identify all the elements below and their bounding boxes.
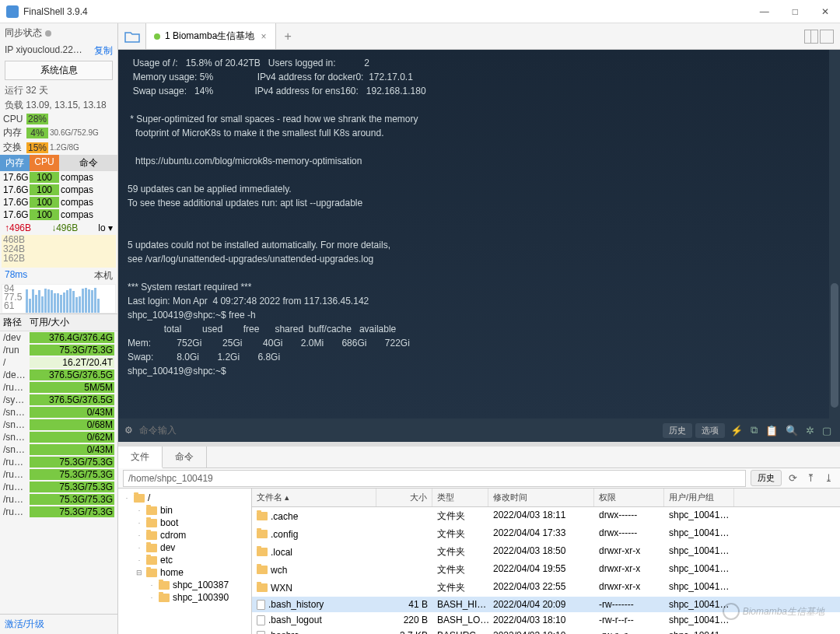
folder-icon: [146, 506, 157, 515]
tree-node[interactable]: ·/: [120, 492, 250, 504]
process-header: 内存 CPU 命令: [0, 155, 117, 171]
copy-icon[interactable]: ⧉: [748, 424, 760, 436]
process-row[interactable]: 17.6G100compas: [0, 184, 117, 196]
app-icon: [6, 5, 19, 18]
mem-pct: 4%: [26, 128, 48, 138]
file-row[interactable]: .config 文件夹 2022/04/04 17:33 drwx------ …: [252, 525, 840, 543]
latency-chart: 9477.561: [2, 284, 116, 313]
history-button[interactable]: 历史: [663, 423, 692, 438]
folder-icon: [146, 569, 157, 577]
file-row[interactable]: .local 文件夹 2022/04/03 18:50 drwxr-xr-x s…: [252, 543, 840, 561]
folder-icon: [257, 548, 268, 556]
titlebar: FinalShell 3.9.4 — □ ✕: [0, 0, 840, 23]
tree-node[interactable]: ·boot: [120, 517, 250, 529]
file-row[interactable]: .bash_logout 220 B BASH_LO… 2022/04/03 1…: [252, 612, 840, 628]
tab-session-1[interactable]: 1 Biomamba生信基地 ×: [146, 23, 276, 49]
tree-node[interactable]: ·shpc_100387: [120, 579, 250, 591]
upload-icon[interactable]: ⤒: [804, 472, 817, 484]
folder-icon: [146, 556, 157, 565]
ip-text: IP xiyoucloud.22…: [5, 44, 82, 58]
file-row[interactable]: .bash_history 41 B BASH_HI… 2022/04/04 2…: [252, 597, 840, 612]
expand-icon[interactable]: ▢: [820, 425, 834, 436]
minimize-button[interactable]: —: [755, 5, 774, 19]
network-row: ↑496B ↓496B lo ▾: [0, 221, 117, 235]
folder-icon: [146, 544, 157, 552]
terminal[interactable]: Usage of /: 15.8% of 20.42TB Users logge…: [118, 50, 840, 419]
maximize-button[interactable]: □: [788, 5, 803, 19]
file-icon: [257, 600, 265, 610]
disk-row[interactable]: /sn…0/68M: [0, 419, 117, 431]
file-row[interactable]: .bashrc 3.7 KB BASHRC … 2022/04/03 18:10…: [252, 628, 840, 634]
path-history-button[interactable]: 历史: [751, 470, 782, 486]
home-button[interactable]: [118, 23, 146, 49]
file-list[interactable]: 文件名 ▴ 大小 类型 修改时间 权限 用户/用户组 .cache 文件夹 20…: [252, 489, 840, 634]
settings-icon[interactable]: ✲: [803, 425, 817, 436]
tab-close-icon[interactable]: ×: [259, 31, 268, 42]
file-icon: [257, 631, 265, 635]
folder-icon: [146, 519, 157, 527]
close-button[interactable]: ✕: [817, 5, 834, 19]
disk-row[interactable]: /ru…75.3G/75.3G: [0, 456, 117, 468]
disk-row[interactable]: /run75.3G/75.3G: [0, 344, 117, 356]
disk-row[interactable]: /sy…376.5G/376.5G: [0, 394, 117, 406]
tree-node[interactable]: ⊟home: [120, 566, 250, 579]
file-icon: [257, 615, 265, 625]
file-row[interactable]: .cache 文件夹 2022/04/03 18:11 drwx------ s…: [252, 507, 840, 525]
tree-node[interactable]: ·cdrom: [120, 529, 250, 541]
latency-ms: 78ms: [5, 269, 27, 282]
process-row[interactable]: 17.6G100compas: [0, 171, 117, 184]
uptime: 运行 32 天: [0, 83, 117, 98]
terminal-scrollbar[interactable]: [829, 50, 840, 419]
system-info-button[interactable]: 系统信息: [5, 61, 113, 80]
tree-node[interactable]: ·etc: [120, 554, 250, 566]
process-row[interactable]: 17.6G100compas: [0, 196, 117, 208]
copy-link[interactable]: 复制: [94, 44, 113, 58]
disk-row[interactable]: /ru…75.3G/75.3G: [0, 468, 117, 481]
disk-row[interactable]: /ru…5M/5M: [0, 381, 117, 394]
folder-icon: [257, 512, 268, 520]
disk-row[interactable]: /sn…0/43M: [0, 443, 117, 456]
folder-icon: [257, 566, 268, 574]
swap-pct: 15%: [26, 142, 48, 153]
view-grid-icon[interactable]: [804, 30, 818, 44]
disk-row[interactable]: /ru…75.3G/75.3G: [0, 506, 117, 518]
disk-row[interactable]: /sn…0/62M: [0, 431, 117, 443]
download-icon[interactable]: ⤓: [822, 472, 835, 484]
path-input[interactable]: /home/shpc_100419: [123, 470, 746, 487]
sync-status: 同步状态: [0, 23, 117, 43]
disk-row[interactable]: /de…376.5G/376.5G: [0, 369, 117, 381]
options-button[interactable]: 选项: [695, 423, 725, 438]
file-row[interactable]: WXN 文件夹 2022/04/03 22:55 drwxr-xr-x shpc…: [252, 579, 840, 597]
file-row[interactable]: wch 文件夹 2022/04/04 19:55 drwxr-xr-x shpc…: [252, 561, 840, 579]
command-input[interactable]: [139, 425, 656, 436]
disk-row[interactable]: /dev376.4G/376.4G: [0, 331, 117, 344]
gear-icon[interactable]: ⚙: [124, 425, 133, 436]
tree-node[interactable]: ·dev: [120, 541, 250, 554]
tab-commands[interactable]: 命令: [163, 447, 207, 468]
disk-row[interactable]: /sn…0/43M: [0, 406, 117, 419]
status-dot-icon: [154, 33, 160, 40]
tree-node[interactable]: ·bin: [120, 504, 250, 517]
upgrade-link[interactable]: 激活/升级: [0, 614, 117, 634]
file-tabs: 文件 命令: [118, 447, 840, 468]
tab-files[interactable]: 文件: [118, 447, 163, 468]
tree-node[interactable]: ·shpc_100390: [120, 591, 250, 604]
paste-icon[interactable]: 📋: [763, 425, 780, 436]
search-icon[interactable]: 🔍: [783, 425, 800, 436]
refresh-icon[interactable]: ⟳: [786, 472, 800, 484]
folder-icon: [159, 594, 170, 602]
add-tab-button[interactable]: +: [276, 30, 299, 44]
network-sparkline: 468B324B162B: [2, 235, 116, 268]
path-row: /home/shpc_100419 历史 ⟳ ⤒ ⤓: [118, 468, 840, 489]
bolt-icon[interactable]: ⚡: [728, 425, 745, 436]
disk-row[interactable]: /ru…75.3G/75.3G: [0, 481, 117, 493]
file-list-header: 文件名 ▴ 大小 类型 修改时间 权限 用户/用户组: [252, 489, 840, 507]
view-list-icon[interactable]: [820, 30, 834, 44]
disk-row[interactable]: /ru…75.3G/75.3G: [0, 493, 117, 506]
command-input-row: ⚙ 历史 选项 ⚡ ⧉ 📋 🔍 ✲ ▢: [118, 419, 840, 442]
folder-icon: [257, 583, 268, 592]
folder-icon: [134, 494, 145, 503]
process-row[interactable]: 17.6G100compas: [0, 208, 117, 221]
folder-tree[interactable]: ·/·bin·boot·cdrom·dev·etc⊟home·shpc_1003…: [118, 489, 252, 634]
disk-row[interactable]: /16.2T/20.4T: [0, 356, 117, 369]
